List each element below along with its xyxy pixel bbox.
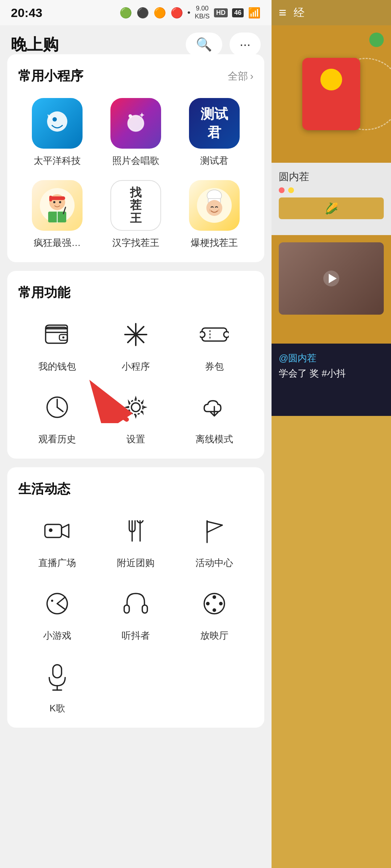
func-item-karaoke[interactable]: K歌 <box>18 656 97 715</box>
app-item-zhaopianhuichangge[interactable]: 照片会唱歌 <box>97 98 175 167</box>
func-label-coupon: 券包 <box>205 360 224 373</box>
func-item-offline[interactable]: 离线模式 <box>175 387 253 446</box>
func-label-audio: 听抖者 <box>122 629 150 642</box>
hamburger-icon[interactable]: ≡ <box>279 5 286 20</box>
func-label-settings: 设置 <box>126 433 145 446</box>
svg-point-10 <box>53 201 55 203</box>
mini-programs-header: 常用小程序 全部 › <box>18 67 253 85</box>
life-header: 生活动态 <box>18 480 253 498</box>
svg-rect-26 <box>202 328 227 341</box>
header-title: 晚上购 <box>11 34 59 55</box>
svg-point-28 <box>224 332 229 337</box>
video-thumbnail[interactable] <box>279 242 384 315</box>
app-label-ceshijun: 测试君 <box>200 154 228 167</box>
app-label-hanzizhaochawang: 汉字找茬王 <box>112 237 159 249</box>
svg-point-48 <box>213 608 216 612</box>
svg-rect-51 <box>53 665 62 678</box>
kge-grid: K歌 <box>18 656 253 715</box>
func-label-history: 观看历史 <box>38 433 76 446</box>
right-top-label: 经 <box>294 5 304 20</box>
game-icon <box>37 584 77 624</box>
right-video-section <box>272 235 391 344</box>
func-item-wallet[interactable]: 我的钱包 <box>18 315 97 373</box>
func-item-game[interactable]: 小游戏 <box>18 584 97 642</box>
func-item-audio[interactable]: 听抖者 <box>97 584 175 642</box>
svg-rect-9 <box>49 196 52 201</box>
play-icon <box>322 269 340 288</box>
app-icon-3: 🟠 <box>154 7 166 19</box>
app-label-zhaopianhuichangge: 照片会唱歌 <box>112 154 159 167</box>
func-item-coupon[interactable]: 券包 <box>175 315 253 373</box>
svg-point-34 <box>129 400 143 414</box>
app-item-baogenghzhaochawang[interactable]: 爆梗找茬王 <box>175 180 253 249</box>
func-item-live[interactable]: 直播广场 <box>18 511 97 569</box>
func-item-activity[interactable]: 活动中心 <box>175 511 253 569</box>
app-icon-1: 🟢 <box>119 7 132 19</box>
svg-point-21 <box>62 336 64 339</box>
functions-section: 常用功能 我的钱包 <box>7 271 264 459</box>
activity-icon <box>194 511 234 551</box>
functions-header: 常用功能 <box>18 284 253 302</box>
func-item-history[interactable]: 观看历史 <box>18 387 97 446</box>
mini-programs-more[interactable]: 全部 › <box>228 69 253 83</box>
func-label-karaoke: K歌 <box>50 702 65 715</box>
status-time: 20:43 <box>11 6 42 20</box>
svg-point-18 <box>206 200 222 216</box>
functions-grid: 我的钱包 小程序 <box>18 315 253 446</box>
search-button[interactable]: 🔍 <box>186 33 222 56</box>
app-item-ceshijun[interactable]: 测试君 测试君 <box>175 98 253 167</box>
app-item-taipingyangkeji[interactable]: 太平洋科技 <box>18 98 97 167</box>
app-item-hanzizhaochawang[interactable]: 找茬王 汉字找茬王 <box>97 180 175 249</box>
network-speed: 9.00KB/S <box>195 5 210 20</box>
svg-rect-44 <box>124 605 129 613</box>
header-actions: 🔍 ··· <box>186 33 261 56</box>
right-top-bar: ≡ 经 <box>272 0 391 25</box>
app-icon-taipingyangkeji <box>32 98 83 149</box>
right-panel: ≡ 经 圆内茬 🌽 @圆内茬 学会了 奖 #小抖 <box>272 0 391 868</box>
svg-point-0 <box>47 111 67 132</box>
red-envelope[interactable] <box>302 58 360 130</box>
svg-rect-36 <box>45 524 62 537</box>
app-icon-zhaopianhuichangge <box>110 98 161 149</box>
func-label-game: 小游戏 <box>43 629 71 642</box>
func-item-miniapp[interactable]: 小程序 <box>97 315 175 373</box>
app-label-taipingyangkeji: 太平洋科技 <box>34 154 81 167</box>
svg-point-1 <box>52 117 57 122</box>
miniapp-icon <box>116 315 156 354</box>
app-icon-4: 🔴 <box>171 7 183 19</box>
hd-badge: HD <box>214 8 228 17</box>
group-buy-icon <box>116 511 156 551</box>
app-icon-hanzizhaochawang: 找茬王 <box>110 180 161 231</box>
status-bar: 20:43 🟢 ⚫ 🟠 🔴 • 9.00KB/S HD 46 📶 <box>0 0 272 25</box>
mini-programs-title: 常用小程序 <box>18 67 83 85</box>
more-button[interactable]: ··· <box>230 33 261 56</box>
right-mid-section: 圆内茬 🌽 <box>272 163 391 235</box>
svg-line-41 <box>57 597 65 604</box>
app-icon-2: ⚫ <box>136 7 149 19</box>
svg-point-47 <box>213 595 216 599</box>
right-text-content: @圆内茬 学会了 奖 #小抖 <box>279 351 384 381</box>
svg-point-37 <box>49 528 52 532</box>
svg-point-11 <box>59 201 61 203</box>
func-item-group-buy[interactable]: 附近团购 <box>97 511 175 569</box>
func-label-offline: 离线模式 <box>196 433 233 446</box>
app-label-baogenghzhaochawang: 爆梗找茬王 <box>191 237 238 249</box>
dot-red <box>279 187 285 193</box>
func-item-settings[interactable]: 设置 <box>97 387 175 446</box>
history-icon <box>37 387 77 427</box>
app-icon-ceshijun: 测试君 <box>189 98 240 149</box>
at-mention: @圆内茬 <box>279 353 316 363</box>
fruit-icon: 🌽 <box>325 202 338 215</box>
func-label-live: 直播广场 <box>38 557 76 569</box>
svg-point-43 <box>51 600 53 602</box>
content-cards-wrapper: 常用小程序 全部 › <box>0 54 272 736</box>
func-item-theater[interactable]: 放映厅 <box>175 584 253 642</box>
right-envelope-section <box>272 25 391 163</box>
green-dot <box>369 33 384 47</box>
app-item-fengkuangzuiqiang[interactable]: 疯狂最强… <box>18 180 97 249</box>
fruit-item: 🌽 <box>279 197 384 219</box>
mini-programs-grid: 太平洋科技 照片会唱歌 <box>18 98 253 249</box>
func-label-wallet: 我的钱包 <box>38 360 76 373</box>
right-text-body: 学会了 奖 #小抖 <box>279 368 346 379</box>
dot-separator: • <box>188 8 190 18</box>
